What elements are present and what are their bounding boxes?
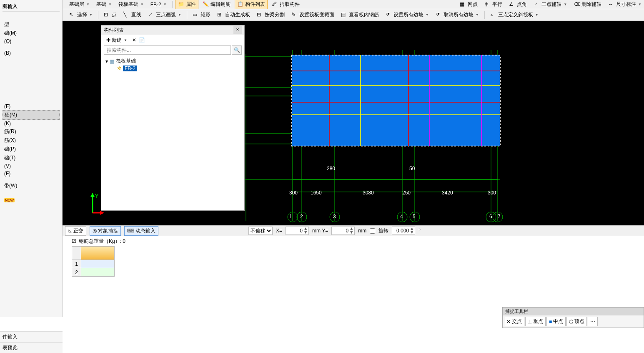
degree-label: ° (418, 228, 421, 234)
slope-icon: ⧩ (386, 12, 392, 18)
edit-icon: ✏️ (203, 1, 209, 8)
category-dropdown[interactable]: 基础▼ (94, 0, 114, 9)
three-point-aux-button[interactable]: ⟋三点辅轴▼ (531, 0, 569, 9)
pick-icon: 🖉 (272, 1, 278, 8)
arc-button[interactable]: ⟋三点画弧▼ (145, 10, 184, 20)
left-item[interactable]: (K) (3, 120, 60, 127)
auto-plate-button[interactable]: ⊞自动生成板 (215, 10, 253, 20)
info-row: ☑ 钢筋总重量（Kg）: 0 (63, 236, 644, 246)
section-icon: ✎ (291, 12, 298, 18)
new-button[interactable]: ✚新建▼ (104, 35, 130, 45)
edit-rebar-button[interactable]: ✏️编辑钢筋 (200, 0, 233, 9)
dynamic-input-toggle[interactable]: ⌨动态输入 (124, 226, 158, 236)
osnap-toggle[interactable]: ◎对象捕捉 (90, 226, 121, 236)
grid-header-cell[interactable] (81, 247, 115, 260)
dim-label: 250 (402, 190, 411, 196)
split-beam-button[interactable]: ⊟按梁分割 (254, 10, 287, 20)
close-button[interactable]: × (233, 26, 242, 34)
snap-intersect[interactable]: ✕交点 (504, 317, 524, 326)
offset-select[interactable]: 不偏移 (248, 227, 273, 235)
dim-label: 300 (488, 190, 496, 196)
mini-grid: 1 2 (72, 246, 118, 277)
drawing-canvas[interactable]: 280 50 300 1650 3080 250 3420 300 1 2 3 … (63, 21, 644, 225)
search-input[interactable] (104, 45, 231, 55)
point-button[interactable]: ⊡点 (101, 10, 119, 20)
component-list-button[interactable]: 📋构件列表 (235, 0, 268, 9)
select-button[interactable]: ↖选择▼ (67, 10, 95, 20)
left-item[interactable]: 础(T) (3, 154, 60, 162)
left-item[interactable]: (F) (3, 170, 60, 177)
left-panel: 图输入 型 础(M) (Q) (B) (F) 础(M) (K) 筋(R) 筋(X… (0, 0, 63, 317)
search-button[interactable]: 🔍 (232, 45, 242, 55)
check-icon: ☑ (72, 238, 76, 244)
axis-label: 1 (289, 214, 292, 219)
copy-button[interactable]: 📄 (139, 37, 145, 43)
left-bottom-input[interactable]: 件输入 (0, 331, 63, 342)
delete-aux-button[interactable]: ⌫删除辅轴 (571, 0, 604, 9)
left-item[interactable]: 础(M) (3, 29, 60, 38)
axis-label: 5 (413, 214, 416, 219)
dyn-icon: ⌨ (127, 228, 134, 234)
toolbar-row-2: ↖选择▼ ⊡点 ╲直线 ⟋三点画弧▼ ▭矩形 ⊞自动生成板 ⊟按梁分割 ✎设置筏… (0, 9, 644, 21)
panel-title: 构件列表 (104, 27, 124, 34)
tree-node-root[interactable]: ▾ ▦ 筏板基础 (105, 57, 240, 65)
axis-label: 4 (400, 214, 403, 219)
grid-button[interactable]: ▦网点 (457, 0, 480, 9)
left-item[interactable]: (B) (3, 49, 60, 57)
three-point-raft-button[interactable]: ⟁三点定义斜筏板▼ (488, 10, 541, 20)
left-item[interactable]: 筋(X) (3, 136, 60, 145)
endpoint-button[interactable]: ∠点角 (506, 0, 529, 9)
rect-button[interactable]: ▭矩形 (190, 10, 213, 20)
snap-more[interactable]: ⋯ (588, 317, 598, 326)
cancel-slope-button[interactable]: ⧩取消所有边坡▼ (433, 10, 481, 20)
snap-mid[interactable]: ■中点 (546, 317, 566, 326)
erase-icon: ⌫ (574, 1, 580, 8)
ortho-toggle[interactable]: ⊾正交 (65, 226, 86, 236)
gear-icon: ✲ (117, 66, 121, 71)
left-item[interactable]: 带(W) (3, 182, 60, 190)
rotate-checkbox[interactable] (370, 228, 375, 234)
new-badge: NEW (4, 198, 15, 202)
folder-icon: ▦ (110, 58, 114, 64)
pick-button[interactable]: 🖉拾取构件 (269, 0, 302, 9)
cancel-slope-icon: ⧩ (436, 12, 442, 18)
item-dropdown[interactable]: FB-2▼ (148, 0, 169, 9)
set-slope-button[interactable]: ⧩设置所有边坡▼ (383, 10, 431, 20)
left-item[interactable]: (Q) (3, 38, 60, 45)
parallel-button[interactable]: ⋕平行 (482, 0, 505, 9)
dim-label: 3420 (442, 190, 453, 196)
snap-toolbar: 捕捉工具栏 ✕交点 ⊥垂点 ■中点 ⬠顶点 ⋯ (502, 307, 644, 328)
grid-cell[interactable] (81, 260, 115, 268)
grid-rowhdr[interactable]: 2 (72, 268, 81, 277)
left-item[interactable]: 础(P) (3, 145, 60, 154)
snap-title: 捕捉工具栏 (503, 308, 644, 315)
raft-section-button[interactable]: ✎设置筏板变截面 (289, 10, 337, 20)
attributes-button[interactable]: 📁属性 (175, 0, 198, 9)
dimension-button[interactable]: ↔尺寸标注▼ (606, 0, 644, 9)
axis-label: 6 (489, 214, 492, 219)
dim-label: 1650 (311, 190, 322, 196)
layer-dropdown[interactable]: 基础层▼ (67, 0, 92, 9)
snap-perp[interactable]: ⊥垂点 (525, 317, 546, 326)
tree-node-leaf[interactable]: ✲ FB-2 (117, 65, 240, 72)
dim-icon: ↔ (608, 1, 615, 8)
left-header: 图输入 (3, 2, 60, 12)
left-bottom-preview[interactable]: 表预览 (0, 342, 63, 353)
panel-titlebar[interactable]: 构件列表 × (101, 25, 244, 35)
delete-button[interactable]: ✕ (132, 37, 136, 43)
left-item[interactable]: (F) (3, 103, 60, 110)
left-item-new[interactable]: NEW (3, 196, 60, 204)
left-item-selected[interactable]: 础(M) (3, 110, 60, 120)
svg-marker-37 (100, 211, 104, 215)
line-button[interactable]: ╲直线 (121, 10, 144, 20)
type-dropdown[interactable]: 筏板基础▼ (116, 0, 146, 9)
grid-cell[interactable] (81, 268, 115, 277)
grid-rowhdr[interactable]: 1 (72, 260, 81, 268)
snap-apex[interactable]: ⬠顶点 (566, 317, 587, 326)
view-rebar-button[interactable]: ▤查看板内钢筋 (338, 10, 381, 20)
component-tree: ▾ ▦ 筏板基础 ✲ FB-2 (101, 55, 244, 74)
left-item[interactable]: (V) (3, 162, 60, 170)
left-item[interactable]: 筋(R) (3, 127, 60, 136)
status-bar: ⊾正交 ◎对象捕捉 ⌨动态输入 不偏移 X= ▲▼ mm Y= ▲▼ mm 旋转… (63, 225, 644, 236)
aux-icon: ⟋ (534, 1, 540, 8)
